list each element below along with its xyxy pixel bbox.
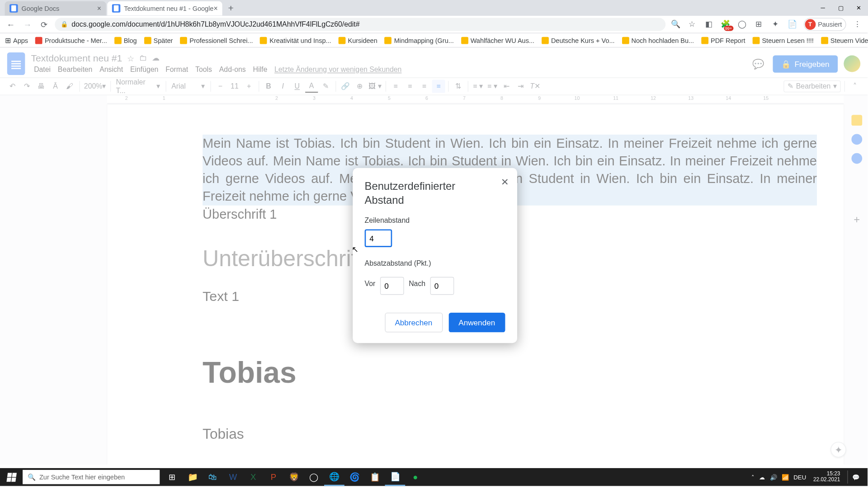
after-label: Nach <box>409 279 425 287</box>
extensions-menu-icon[interactable]: ✦ <box>770 19 781 30</box>
excel-icon[interactable]: X <box>243 468 264 486</box>
docs-favicon <box>112 4 120 12</box>
bookmark-item[interactable]: Produktsuche - Mer... <box>35 37 107 44</box>
bookmark-item[interactable]: PDF Report <box>701 37 745 44</box>
notepad-icon[interactable]: 📄 <box>385 468 405 486</box>
app-icon[interactable]: ◯ <box>304 468 324 486</box>
tray-chevron-icon[interactable]: ˄ <box>751 474 755 480</box>
line-spacing-label: Zeilenabstand <box>365 216 505 224</box>
close-icon[interactable]: ✕ <box>501 176 509 188</box>
tab-title: Textdokument neu #1 - Google <box>124 5 213 12</box>
apps-label: Apps <box>13 37 28 44</box>
reload-button[interactable]: ⟳ <box>38 18 50 30</box>
cancel-button[interactable]: Abbrechen <box>385 313 443 332</box>
star-icon[interactable]: ☆ <box>687 19 698 30</box>
wifi-icon[interactable]: 📶 <box>782 474 789 480</box>
spotify-icon[interactable]: ● <box>405 468 425 486</box>
tab-title: Google Docs <box>21 5 59 12</box>
bookmark-item[interactable]: Blog <box>114 37 137 44</box>
bookmarks-bar: ⊞Apps Produktsuche - Mer... Blog Später … <box>0 33 868 48</box>
powerpoint-icon[interactable]: P <box>264 468 284 486</box>
profile-chip[interactable]: T Pausiert <box>804 18 846 31</box>
browser-tab-active[interactable]: Textdokument neu #1 - Google × <box>107 1 222 16</box>
windows-taskbar: 🔍 Zur Suche Text hier eingeben ⊞ 📁 🛍 W X… <box>0 468 868 486</box>
forward-button[interactable]: → <box>21 18 33 30</box>
bookmark-item[interactable]: Steuern Videos wic... <box>821 37 868 44</box>
close-icon[interactable]: × <box>213 4 217 12</box>
edge-icon[interactable]: 🌀 <box>344 468 365 486</box>
url-input[interactable]: 🔒 docs.google.com/document/d/1hUH8k6h7Lb… <box>55 18 665 31</box>
spacing-before-input[interactable] <box>380 277 404 295</box>
extension-icon[interactable]: ⊞ <box>754 19 764 30</box>
onedrive-icon[interactable]: ☁ <box>759 474 765 480</box>
file-explorer-icon[interactable]: 📁 <box>182 468 203 486</box>
before-label: Vor <box>365 279 376 287</box>
maximize-button[interactable]: ▢ <box>832 0 850 15</box>
zoom-indicator-icon[interactable]: 🔍 <box>670 19 681 30</box>
extension-icon[interactable]: ◧ <box>703 19 714 30</box>
docs-favicon <box>9 4 18 12</box>
bookmark-item[interactable]: Deutsche Kurs + Vo... <box>542 37 615 44</box>
url-text: docs.google.com/document/d/1hUH8k6h7Lb8y… <box>71 20 359 28</box>
search-placeholder: Zur Suche Text hier eingeben <box>39 474 125 481</box>
menu-icon[interactable]: ⋮ <box>852 19 863 30</box>
volume-icon[interactable]: 🔊 <box>770 474 777 480</box>
line-spacing-input[interactable] <box>365 229 392 247</box>
custom-spacing-dialog: ✕ Benutzerdefinierter Abstand Zeilenabst… <box>353 168 517 343</box>
bookmark-item[interactable]: Kreativität und Insp... <box>260 37 331 44</box>
new-tab-button[interactable]: + <box>224 1 238 16</box>
profile-status: Pausiert <box>818 20 842 28</box>
paragraph-spacing-label: Absatzabstand (Pkt.) <box>365 259 505 267</box>
clock[interactable]: 15:23 22.02.2021 <box>811 471 843 483</box>
bookmark-item[interactable]: Kursideen <box>338 37 377 44</box>
browser-tabstrip: Google Docs × Textdokument neu #1 - Goog… <box>0 0 868 15</box>
word-icon[interactable]: W <box>223 468 243 486</box>
window-controls: ─ ▢ ✕ <box>814 0 868 15</box>
spacing-after-input[interactable] <box>430 277 454 295</box>
close-icon[interactable]: × <box>97 4 101 12</box>
dialog-title: Benutzerdefinierter Abstand <box>365 180 505 206</box>
lock-icon: 🔒 <box>61 21 68 27</box>
chrome-icon[interactable]: 🌐 <box>324 468 344 486</box>
taskbar-search[interactable]: 🔍 Zur Suche Text hier eingeben <box>23 470 160 484</box>
apps-shortcut[interactable]: ⊞Apps <box>5 36 28 44</box>
language-indicator[interactable]: DEU <box>793 474 806 480</box>
extension-icon[interactable]: ◯ <box>737 19 748 30</box>
bookmark-item[interactable]: Steuern Lesen !!!! <box>752 37 814 44</box>
bookmark-item[interactable]: Professionell Schrei... <box>180 37 253 44</box>
close-window-button[interactable]: ✕ <box>849 0 868 15</box>
avatar-icon: T <box>805 19 816 30</box>
extension-icon[interactable]: 🧩99+ <box>720 19 731 30</box>
bookmark-item[interactable]: Wahlfächer WU Aus... <box>461 37 534 44</box>
back-button[interactable]: ← <box>5 18 17 30</box>
browser-tab[interactable]: Google Docs × <box>5 1 106 16</box>
bookmark-item[interactable]: Noch hochladen Bu... <box>622 37 694 44</box>
system-tray: ˄ ☁ 🔊 📶 DEU 15:23 22.02.2021 💬 <box>748 470 868 483</box>
address-bar: ← → ⟳ 🔒 docs.google.com/document/d/1hUH8… <box>0 15 868 33</box>
app-icon[interactable]: 🦁 <box>283 468 304 486</box>
app-icon[interactable]: 📋 <box>365 468 385 486</box>
bookmark-item[interactable]: Später <box>144 37 173 44</box>
search-icon: 🔍 <box>28 473 36 481</box>
action-center-icon[interactable]: 💬 <box>847 470 864 483</box>
bookmark-item[interactable]: Mindmapping (Gru... <box>385 37 454 44</box>
app-icon[interactable]: 🛍 <box>203 468 223 486</box>
apply-button[interactable]: Anwenden <box>448 313 505 332</box>
start-button[interactable] <box>0 468 23 486</box>
minimize-button[interactable]: ─ <box>814 0 832 15</box>
reading-list-icon[interactable]: 📄 <box>787 19 798 30</box>
task-view-icon[interactable]: ⊞ <box>162 468 182 486</box>
